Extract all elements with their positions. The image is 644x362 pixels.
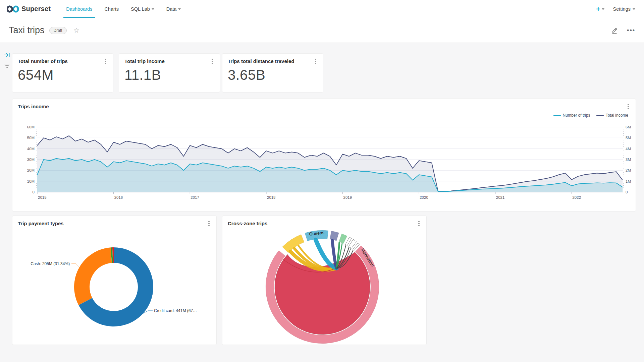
kpi-card-distance: Trips total distance traveled 3.65B bbox=[222, 53, 323, 93]
infinity-logo-icon bbox=[7, 5, 19, 13]
kebab-menu-icon[interactable] bbox=[312, 58, 319, 65]
svg-text:2016: 2016 bbox=[114, 195, 123, 199]
page-title: Taxi trips bbox=[9, 25, 45, 36]
more-actions-icon[interactable]: ••• bbox=[627, 27, 635, 34]
favorite-star-icon[interactable]: ☆ bbox=[73, 27, 80, 34]
svg-text:30M: 30M bbox=[27, 158, 35, 162]
chevron-down-icon bbox=[633, 8, 635, 10]
svg-text:5M: 5M bbox=[626, 136, 631, 140]
svg-text:2022: 2022 bbox=[572, 195, 581, 199]
chevron-down-icon bbox=[152, 8, 154, 10]
main-nav: Dashboards Charts SQL Lab Data bbox=[60, 0, 187, 18]
top-navbar: Superset Dashboards Charts SQL Lab Data … bbox=[0, 0, 644, 18]
svg-text:6M: 6M bbox=[626, 125, 631, 129]
svg-text:3M: 3M bbox=[626, 158, 631, 162]
nav-item-sql-lab[interactable]: SQL Lab bbox=[125, 0, 160, 18]
svg-text:60M: 60M bbox=[27, 125, 35, 129]
kebab-menu-icon[interactable] bbox=[416, 220, 422, 227]
svg-text:Credit card: 441M (67…: Credit card: 441M (67… bbox=[154, 308, 197, 313]
legend-item-number-of-trips[interactable]: Number of trips bbox=[553, 113, 590, 118]
nav-item-charts[interactable]: Charts bbox=[98, 0, 125, 18]
svg-text:2M: 2M bbox=[626, 168, 631, 172]
plus-icon: + bbox=[596, 5, 600, 12]
settings-menu[interactable]: Settings bbox=[613, 6, 635, 12]
kpi-card-total-trips: Total number of trips 654M bbox=[12, 53, 113, 93]
kpi-value: 654M bbox=[18, 67, 54, 83]
filter-icon[interactable] bbox=[4, 64, 10, 68]
svg-text:2018: 2018 bbox=[267, 195, 276, 199]
chart-legend: Number of trips Total income bbox=[553, 113, 628, 118]
kpi-title: Total number of trips bbox=[18, 58, 68, 64]
svg-text:2019: 2019 bbox=[343, 195, 352, 199]
svg-text:50M: 50M bbox=[27, 136, 35, 140]
status-badge: Draft bbox=[49, 27, 67, 34]
chart-title: Trips income bbox=[18, 104, 49, 109]
dashboard-header: Taxi trips Draft ☆ ••• bbox=[0, 18, 644, 43]
kebab-menu-icon[interactable] bbox=[209, 58, 216, 65]
chevron-down-icon bbox=[178, 8, 181, 10]
svg-text:4M: 4M bbox=[626, 147, 631, 151]
kebab-menu-icon[interactable] bbox=[102, 58, 109, 65]
line-chart: 0010M1M20M2M30M3M40M4M50M5M60M6M20152016… bbox=[12, 99, 636, 211]
svg-text:2017: 2017 bbox=[191, 195, 199, 199]
trips-income-chart-card: Trips income Number of trips Total incom… bbox=[12, 99, 636, 212]
svg-text:0: 0 bbox=[626, 190, 628, 194]
cross-zone-chart-card: Cross-zone trips ManhattanQueens bbox=[222, 216, 427, 345]
superset-logo[interactable]: Superset bbox=[0, 0, 60, 18]
legend-swatch bbox=[553, 115, 561, 116]
kpi-title: Total trip income bbox=[124, 58, 165, 64]
brand-name: Superset bbox=[21, 5, 51, 13]
chart-title: Trip payment types bbox=[18, 221, 64, 226]
svg-text:40M: 40M bbox=[27, 147, 35, 151]
new-item-button[interactable]: + bbox=[596, 5, 604, 12]
donut-chart: Cash: 205M (31.34%)Credit card: 441M (67… bbox=[12, 216, 216, 345]
edit-pencil-icon[interactable] bbox=[611, 27, 618, 34]
chevron-down-icon bbox=[602, 8, 604, 10]
nav-item-dashboards[interactable]: Dashboards bbox=[60, 0, 98, 18]
expand-filter-bar-icon[interactable] bbox=[4, 52, 10, 58]
kebab-menu-icon[interactable] bbox=[625, 103, 632, 110]
svg-text:20M: 20M bbox=[27, 168, 35, 172]
kpi-title: Trips total distance traveled bbox=[228, 58, 294, 64]
kpi-value: 3.65B bbox=[228, 67, 265, 83]
svg-text:0: 0 bbox=[33, 190, 35, 194]
legend-item-total-income[interactable]: Total income bbox=[596, 113, 628, 118]
svg-text:2021: 2021 bbox=[496, 195, 505, 199]
chart-title: Cross-zone trips bbox=[228, 221, 267, 226]
svg-text:10M: 10M bbox=[27, 179, 35, 183]
kpi-value: 11.1B bbox=[124, 67, 161, 83]
svg-text:2020: 2020 bbox=[420, 195, 428, 199]
svg-text:2015: 2015 bbox=[38, 195, 47, 199]
kpi-card-trip-income: Total trip income 11.1B bbox=[119, 53, 220, 93]
svg-text:Cash: 205M (31.34%): Cash: 205M (31.34%) bbox=[31, 261, 70, 266]
kebab-menu-icon[interactable] bbox=[206, 220, 212, 227]
svg-text:1M: 1M bbox=[626, 179, 631, 183]
nav-item-data[interactable]: Data bbox=[160, 0, 187, 18]
dashboard-body: Total number of trips 654M Total trip in… bbox=[0, 43, 644, 362]
chord-diagram: ManhattanQueens bbox=[222, 216, 426, 345]
legend-swatch bbox=[596, 115, 604, 116]
payment-types-chart-card: Trip payment types Cash: 205M (31.34%)Cr… bbox=[12, 216, 217, 345]
